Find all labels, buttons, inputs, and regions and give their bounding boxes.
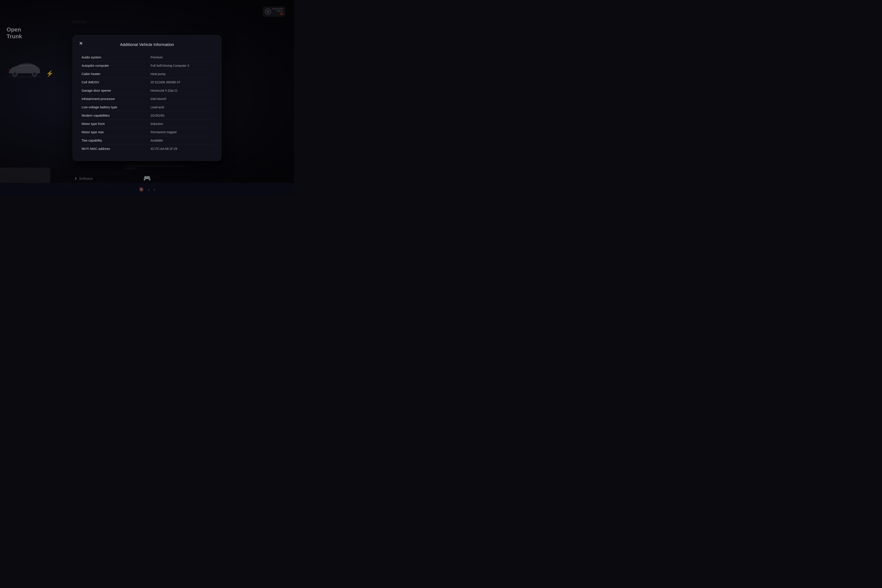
info-value: Premium xyxy=(150,53,213,62)
table-row: Tow capabilityAvailable xyxy=(81,136,213,145)
vehicle-info-modal: ✕ Additional Vehicle Information Audio s… xyxy=(73,35,221,161)
vehicle-info-table: Audio systemPremiumAutopilot computerFul… xyxy=(81,53,213,153)
modal-title: Additional Vehicle Information xyxy=(81,42,213,47)
info-label: Wi-Fi MAC address xyxy=(81,145,150,153)
table-row: Autopilot computerFull Self-Driving Comp… xyxy=(81,62,213,70)
volume-icon[interactable]: 🔇 xyxy=(139,187,144,192)
table-row: Infotainment processorIntel Atom® xyxy=(81,95,213,103)
info-label: Infotainment processor xyxy=(81,95,150,103)
table-row: Cabin heaterHeat pump xyxy=(81,70,213,78)
table-row: Motor type rearPermanent magnet xyxy=(81,128,213,136)
info-value: 2G/3G/4G xyxy=(150,111,213,120)
info-label: Cell IMEISV xyxy=(81,78,150,86)
modal-overlay: ✕ Additional Vehicle Information Audio s… xyxy=(0,0,294,196)
info-value: Full Self-Driving Computer 3 xyxy=(150,62,213,70)
table-row: Wi-Fi MAC address4C:FC:AA:06:1F:29 xyxy=(81,145,213,153)
table-row: Low voltage battery typeLead-acid xyxy=(81,103,213,111)
table-row: Cell IMEISV35 522408 356380 07 xyxy=(81,78,213,86)
info-value: Induction xyxy=(150,120,213,128)
app-icon: 🎮 xyxy=(143,175,151,182)
info-label: Motor type front xyxy=(81,120,150,128)
table-row: Modem capabilities2G/3G/4G xyxy=(81,111,213,120)
info-value: HomeLink 5 (Opt 2) xyxy=(150,86,213,95)
info-label: Motor type rear xyxy=(81,128,150,136)
info-value: 35 522408 356380 07 xyxy=(150,78,213,86)
info-label: Tow capability xyxy=(81,136,150,145)
info-label: Modem capabilities xyxy=(81,111,150,120)
info-label: Cabin heater xyxy=(81,70,150,78)
info-value: Available xyxy=(150,136,213,145)
info-value: Permanent magnet xyxy=(150,128,213,136)
info-label: Garage door opener xyxy=(81,86,150,95)
nav-arrow-left[interactable]: ‹ xyxy=(148,187,149,192)
bottom-bar: 🔇 ‹ › xyxy=(0,183,294,196)
table-row: Garage door openerHomeLink 5 (Opt 2) xyxy=(81,86,213,95)
info-value: 4C:FC:AA:06:1F:29 xyxy=(150,145,213,153)
table-row: Motor type frontInduction xyxy=(81,120,213,128)
info-label: Low voltage battery type xyxy=(81,103,150,111)
nav-arrow-right[interactable]: › xyxy=(154,187,155,192)
info-label: Audio system xyxy=(81,53,150,62)
table-row: Audio systemPremium xyxy=(81,53,213,62)
info-value: Intel Atom® xyxy=(150,95,213,103)
info-label: Autopilot computer xyxy=(81,62,150,70)
close-button[interactable]: ✕ xyxy=(78,40,84,47)
info-value: Heat pump xyxy=(150,70,213,78)
info-value: Lead-acid xyxy=(150,103,213,111)
